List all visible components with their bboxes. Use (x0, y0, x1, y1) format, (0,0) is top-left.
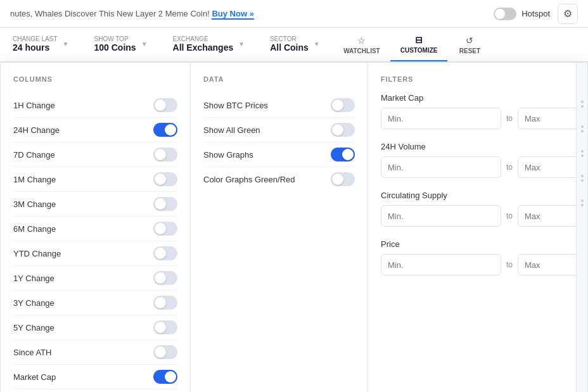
column-label: 3M Change (13, 199, 56, 209)
columns-title: COLUMNS (13, 75, 177, 83)
column-label: 7D Change (13, 150, 55, 160)
filter-to-label: to (506, 163, 513, 172)
filter-input-row: to (381, 205, 563, 227)
column-row: 6M Change (13, 217, 177, 241)
topbar-right: Hotspot ⚙ (494, 4, 578, 24)
toggle-slider (153, 172, 177, 186)
toggle-slider (331, 98, 355, 112)
toggle-slider (331, 123, 355, 137)
column-toggle[interactable] (153, 345, 177, 359)
column-label: YTD Change (13, 249, 61, 258)
data-toggle[interactable] (331, 172, 355, 186)
toggle-slider (153, 271, 177, 285)
column-toggle[interactable] (153, 271, 177, 285)
dot (581, 125, 584, 128)
filter-min-input[interactable] (381, 205, 501, 227)
right-dots (576, 63, 587, 392)
reset-label: RESET (459, 47, 480, 54)
data-toggle[interactable] (331, 148, 355, 161)
filter-input-row: to (381, 156, 563, 178)
column-toggle[interactable] (153, 172, 177, 186)
filter-min-input[interactable] (381, 156, 501, 178)
tab-customize[interactable]: ⊟ CUSTOMIZE (390, 28, 448, 61)
column-row: Since ATH (13, 340, 177, 365)
tab-sector[interactable]: SECTOR All Coins ▼ (257, 28, 333, 61)
column-label: 1H Change (13, 101, 55, 110)
tab-exchange[interactable]: EXCHANGE All Exchanges ▼ (160, 28, 258, 61)
toggle-slider (153, 148, 177, 161)
toggle-slider (153, 123, 177, 137)
column-label: 1M Change (13, 175, 56, 184)
hotspot-toggle[interactable] (494, 8, 516, 20)
toggle-slider (153, 320, 177, 334)
dot-pair-3 (581, 150, 584, 157)
data-section: DATA Show BTC PricesShow All GreenShow G… (191, 63, 368, 392)
column-toggle[interactable] (153, 222, 177, 236)
buy-now-link[interactable]: Buy Now » (212, 9, 253, 20)
announcement-text: nutes, Whales Discover This New Layer 2 … (10, 9, 210, 18)
change-last-small-label: CHANGE LAST (13, 35, 58, 42)
settings-button[interactable]: ⚙ (558, 4, 578, 24)
dot-pair-2 (581, 125, 584, 132)
column-label: 3Y Change (13, 298, 54, 308)
column-toggle[interactable] (153, 148, 177, 161)
column-toggle[interactable] (153, 98, 177, 112)
toggle-slider (153, 345, 177, 359)
dot (581, 155, 584, 157)
column-row: YTD Change (13, 241, 177, 266)
data-row: Show BTC Prices (203, 93, 355, 118)
data-row: Color Graphs Green/Red (203, 167, 355, 191)
data-list: Show BTC PricesShow All GreenShow Graphs… (203, 93, 355, 191)
nav-tabs: CHANGE LAST 24 hours ▼ SHOW TOP 100 Coin… (0, 28, 588, 62)
exchange-main-label: All Exchanges (173, 42, 234, 53)
exchange-small-label: EXCHANGE (173, 35, 234, 42)
column-label: 6M Change (13, 224, 56, 234)
customize-label: CUSTOMIZE (400, 47, 438, 54)
filter-group: Market Capto (381, 93, 563, 129)
exchange-chevron: ▼ (238, 41, 245, 47)
customize-panel: COLUMNS 1H Change24H Change7D Change1M C… (0, 62, 588, 392)
data-label: Color Graphs Green/Red (203, 175, 295, 184)
filter-min-input[interactable] (381, 108, 501, 129)
dot (581, 175, 584, 177)
column-toggle[interactable] (153, 123, 177, 137)
column-toggle[interactable] (153, 246, 177, 260)
column-label: Market Cap (13, 372, 56, 382)
tab-reset[interactable]: ↺ RESET (447, 28, 492, 61)
dot (581, 101, 584, 103)
dot-pair-5 (581, 199, 584, 206)
dot (581, 150, 584, 153)
tab-watchlist[interactable]: ☆ WATCHLIST (333, 28, 390, 61)
column-label: 24H Change (13, 125, 60, 135)
customize-icon: ⊟ (415, 35, 423, 45)
filter-input-row: to (381, 254, 563, 275)
show-top-chevron: ▼ (141, 41, 148, 47)
filter-group-label: Market Cap (381, 93, 563, 103)
column-row: 3M Change (13, 192, 177, 217)
column-toggle[interactable] (153, 320, 177, 334)
column-toggle[interactable] (153, 296, 177, 310)
dot (581, 179, 584, 182)
filter-group: Circulating Supplyto (381, 191, 563, 227)
data-toggle[interactable] (331, 98, 355, 112)
column-toggle[interactable] (153, 370, 177, 384)
topbar: nutes, Whales Discover This New Layer 2 … (0, 0, 588, 28)
sector-small-label: SECTOR (270, 35, 309, 42)
toggle-slider (331, 172, 355, 186)
toggle-slider (331, 148, 355, 161)
filter-min-input[interactable] (381, 254, 501, 275)
filter-group-label: Price (381, 239, 563, 249)
column-row: 24H Volume (13, 389, 177, 392)
filter-to-label: to (506, 114, 513, 123)
tab-change-last[interactable]: CHANGE LAST 24 hours ▼ (0, 28, 81, 61)
toggle-slider (153, 222, 177, 236)
data-toggle[interactable] (331, 123, 355, 137)
data-title: DATA (203, 75, 355, 83)
announcement: nutes, Whales Discover This New Layer 2 … (10, 9, 254, 18)
hotspot-label: Hotspot (521, 9, 550, 18)
column-row: 7D Change (13, 142, 177, 167)
show-top-main-label: 100 Coins (94, 42, 136, 53)
tab-show-top[interactable]: SHOW TOP 100 Coins ▼ (81, 28, 160, 61)
watchlist-icon: ☆ (357, 35, 366, 46)
column-toggle[interactable] (153, 197, 177, 211)
